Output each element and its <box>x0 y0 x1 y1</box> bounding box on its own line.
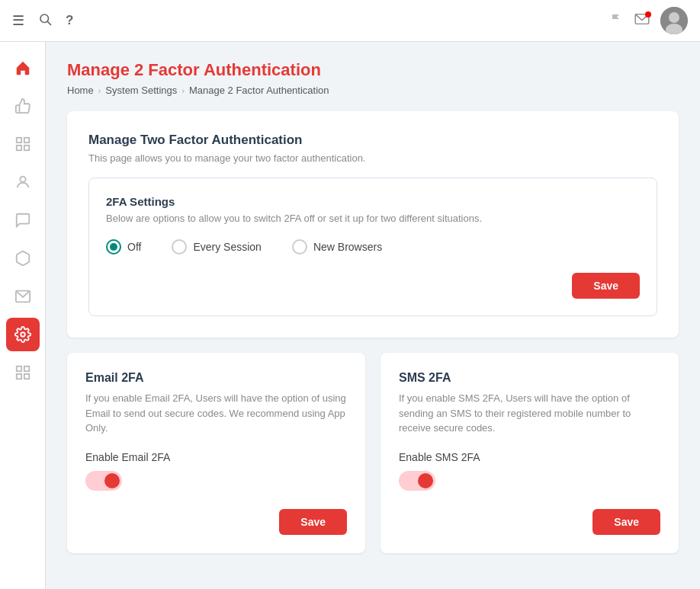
avatar[interactable] <box>660 7 688 34</box>
sidebar-item-tasks[interactable] <box>6 127 40 161</box>
main-layout: Manage 2 Factor Authentication Home › Sy… <box>46 42 700 589</box>
settings-title: 2FA Settings <box>106 195 640 208</box>
radio-new-browsers-label: New Browsers <box>313 241 382 253</box>
svg-rect-8 <box>24 146 28 150</box>
sidebar-item-mail[interactable] <box>6 280 40 313</box>
settings-save-button[interactable]: Save <box>572 273 640 299</box>
sidebar-item-users[interactable] <box>6 165 40 199</box>
breadcrumb: Home › System Settings › Manage 2 Factor… <box>67 85 679 96</box>
topbar-left: ☰ ? <box>12 12 73 30</box>
sms-2fa-save-row: Save <box>399 509 660 535</box>
svg-rect-16 <box>16 374 21 379</box>
topbar-right <box>610 7 688 34</box>
email-2fa-desc: If you enable Email 2FA, Users will have… <box>85 391 347 436</box>
radio-off-circle <box>106 239 121 254</box>
topbar: ☰ ? <box>0 0 700 42</box>
email-2fa-title: Email 2FA <box>85 371 347 385</box>
search-icon[interactable] <box>38 12 52 30</box>
mail-icon[interactable] <box>634 13 650 29</box>
sms-2fa-toggle-label: Enable SMS 2FA <box>399 451 660 463</box>
email-2fa-card: Email 2FA If you enable Email 2FA, Users… <box>67 353 365 553</box>
sms-2fa-desc: If you enable SMS 2FA, Users will have t… <box>399 391 660 436</box>
sidebar-item-home[interactable] <box>6 51 40 85</box>
svg-point-12 <box>21 332 25 337</box>
two-col-section: Email 2FA If you enable Email 2FA, Users… <box>67 353 679 553</box>
sidebar-item-thumb[interactable] <box>6 89 40 123</box>
sidebar-item-box[interactable] <box>6 242 40 275</box>
sms-2fa-toggle-knob <box>418 473 433 488</box>
breadcrumb-current: Manage 2 Factor Authentication <box>189 85 329 96</box>
svg-rect-9 <box>16 146 21 150</box>
email-2fa-toggle-label: Enable Email 2FA <box>85 451 347 463</box>
flag-icon[interactable] <box>610 12 624 30</box>
svg-line-1 <box>47 21 50 24</box>
svg-rect-15 <box>24 374 28 379</box>
breadcrumb-home[interactable]: Home <box>67 85 94 96</box>
menu-icon[interactable]: ☰ <box>12 12 24 29</box>
svg-rect-6 <box>16 138 21 142</box>
breadcrumb-sep-2: › <box>181 86 185 95</box>
radio-group: Off Every Session New Browsers <box>106 239 640 254</box>
email-2fa-save-row: Save <box>85 509 347 535</box>
svg-rect-13 <box>16 367 21 371</box>
email-2fa-toggle-wrap <box>85 471 347 491</box>
sms-2fa-title: SMS 2FA <box>399 371 660 385</box>
sms-2fa-toggle[interactable] <box>399 471 435 491</box>
radio-every-session-label: Every Session <box>193 241 261 253</box>
sms-2fa-save-button[interactable]: Save <box>592 509 660 535</box>
settings-save-row: Save <box>106 273 640 299</box>
radio-every-session-circle <box>172 239 187 254</box>
sms-2fa-toggle-wrap <box>399 471 660 491</box>
main-card: Manage Two Factor Authentication This pa… <box>67 111 679 338</box>
page-title: Manage 2 Factor Authentication <box>67 60 679 80</box>
breadcrumb-system-settings[interactable]: System Settings <box>105 85 177 96</box>
email-2fa-save-button[interactable]: Save <box>279 509 347 535</box>
svg-rect-7 <box>24 138 28 142</box>
breadcrumb-sep-1: › <box>98 86 101 95</box>
sidebar-item-settings[interactable] <box>6 318 40 351</box>
svg-point-10 <box>20 177 25 182</box>
radio-new-browsers-circle <box>292 239 307 254</box>
email-2fa-toggle-knob <box>104 473 120 488</box>
radio-every-session[interactable]: Every Session <box>172 239 261 254</box>
main-card-title: Manage Two Factor Authentication <box>88 133 657 148</box>
radio-off[interactable]: Off <box>106 239 141 254</box>
sidebar <box>0 42 46 589</box>
svg-point-4 <box>669 12 679 23</box>
sidebar-item-chat[interactable] <box>6 203 40 237</box>
main-card-desc: This page allows you to manage your two … <box>88 152 657 164</box>
sidebar-item-grid[interactable] <box>6 356 40 389</box>
radio-off-label: Off <box>127 241 141 253</box>
help-icon[interactable]: ? <box>66 13 73 28</box>
sms-2fa-card: SMS 2FA If you enable SMS 2FA, Users wil… <box>381 353 679 553</box>
settings-desc: Below are options to allow you to switch… <box>106 213 640 224</box>
settings-section: 2FA Settings Below are options to allow … <box>88 178 657 316</box>
svg-rect-14 <box>24 367 28 371</box>
radio-new-browsers[interactable]: New Browsers <box>292 239 382 254</box>
email-2fa-toggle[interactable] <box>85 471 122 491</box>
